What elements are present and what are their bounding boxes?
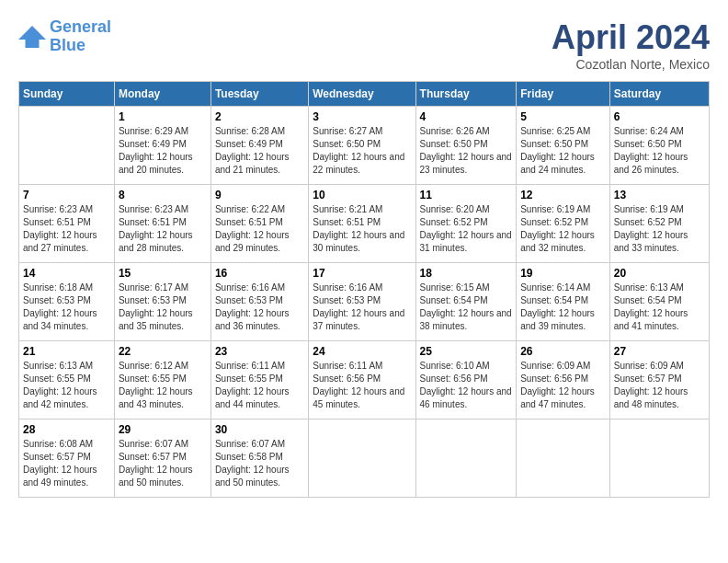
header-monday: Monday [114,82,210,107]
month-title: April 2024 [552,18,710,57]
day-info: Sunrise: 6:11 AMSunset: 6:56 PMDaylight:… [313,360,411,411]
calendar-table: Sunday Monday Tuesday Wednesday Thursday… [18,81,710,498]
week-row-3: 14 Sunrise: 6:18 AMSunset: 6:53 PMDaylig… [19,263,710,341]
table-cell [517,419,610,498]
table-cell: 20 Sunrise: 6:13 AMSunset: 6:54 PMDaylig… [609,263,709,341]
week-row-4: 21 Sunrise: 6:13 AMSunset: 6:55 PMDaylig… [19,341,710,419]
day-number: 10 [313,189,411,201]
day-info: Sunrise: 6:13 AMSunset: 6:55 PMDaylight:… [23,360,110,411]
table-cell: 14 Sunrise: 6:18 AMSunset: 6:53 PMDaylig… [19,263,115,341]
day-info: Sunrise: 6:29 AMSunset: 6:49 PMDaylight:… [119,125,207,177]
day-info: Sunrise: 6:14 AMSunset: 6:54 PMDaylight:… [520,282,606,333]
day-info: Sunrise: 6:19 AMSunset: 6:52 PMDaylight:… [614,203,705,255]
day-info: Sunrise: 6:07 AMSunset: 6:57 PMDaylight:… [119,438,207,489]
day-number: 20 [614,267,705,280]
table-cell [309,419,415,498]
day-number: 23 [215,345,304,358]
day-info: Sunrise: 6:24 AMSunset: 6:50 PMDaylight:… [614,125,705,177]
table-cell: 8 Sunrise: 6:23 AMSunset: 6:51 PMDayligh… [114,185,210,263]
day-number: 5 [520,110,606,123]
day-number: 26 [520,345,606,358]
day-number: 21 [23,345,110,358]
week-row-1: 1 Sunrise: 6:29 AMSunset: 6:49 PMDayligh… [19,107,710,185]
day-number: 24 [313,345,411,358]
table-cell: 16 Sunrise: 6:16 AMSunset: 6:53 PMDaylig… [210,263,308,341]
table-cell: 11 Sunrise: 6:20 AMSunset: 6:52 PMDaylig… [415,185,517,263]
day-info: Sunrise: 6:23 AMSunset: 6:51 PMDaylight:… [119,203,207,255]
day-number: 1 [119,110,207,123]
day-info: Sunrise: 6:19 AMSunset: 6:52 PMDaylight:… [520,203,606,255]
day-info: Sunrise: 6:27 AMSunset: 6:50 PMDaylight:… [313,125,411,177]
page-header: General Blue April 2024 Cozotlan Norte, … [18,18,710,72]
table-cell: 3 Sunrise: 6:27 AMSunset: 6:50 PMDayligh… [309,107,415,185]
week-row-2: 7 Sunrise: 6:23 AMSunset: 6:51 PMDayligh… [19,185,710,263]
table-cell: 12 Sunrise: 6:19 AMSunset: 6:52 PMDaylig… [517,185,610,263]
day-info: Sunrise: 6:26 AMSunset: 6:50 PMDaylight:… [420,125,513,177]
day-number: 25 [420,345,513,358]
day-info: Sunrise: 6:18 AMSunset: 6:53 PMDaylight:… [23,282,110,333]
day-number: 17 [313,267,411,280]
day-info: Sunrise: 6:09 AMSunset: 6:57 PMDaylight:… [614,360,705,411]
logo: General Blue [18,18,111,55]
header-friday: Friday [517,82,610,107]
table-cell [415,419,517,498]
logo-line2: Blue [50,37,111,55]
logo-line1: General [50,18,111,37]
logo-icon [18,26,46,48]
header-sunday: Sunday [19,82,115,107]
day-info: Sunrise: 6:21 AMSunset: 6:51 PMDaylight:… [313,203,411,255]
day-info: Sunrise: 6:07 AMSunset: 6:58 PMDaylight:… [215,438,304,489]
table-cell: 19 Sunrise: 6:14 AMSunset: 6:54 PMDaylig… [517,263,610,341]
table-cell [609,419,709,498]
day-number: 15 [119,267,207,280]
day-info: Sunrise: 6:16 AMSunset: 6:53 PMDaylight:… [313,282,411,333]
day-number: 11 [420,189,513,201]
day-number: 29 [119,423,207,436]
table-cell: 6 Sunrise: 6:24 AMSunset: 6:50 PMDayligh… [609,107,709,185]
table-cell: 28 Sunrise: 6:08 AMSunset: 6:57 PMDaylig… [19,419,115,498]
table-cell: 7 Sunrise: 6:23 AMSunset: 6:51 PMDayligh… [19,185,115,263]
table-cell: 27 Sunrise: 6:09 AMSunset: 6:57 PMDaylig… [609,341,709,419]
header-thursday: Thursday [415,82,517,107]
week-row-5: 28 Sunrise: 6:08 AMSunset: 6:57 PMDaylig… [19,419,710,498]
day-number: 27 [614,345,705,358]
day-info: Sunrise: 6:22 AMSunset: 6:51 PMDaylight:… [215,203,304,255]
day-info: Sunrise: 6:09 AMSunset: 6:56 PMDaylight:… [520,360,606,411]
table-cell: 4 Sunrise: 6:26 AMSunset: 6:50 PMDayligh… [415,107,517,185]
day-number: 2 [215,110,304,123]
day-info: Sunrise: 6:11 AMSunset: 6:55 PMDaylight:… [215,360,304,411]
calendar-header-row: Sunday Monday Tuesday Wednesday Thursday… [19,82,710,107]
table-cell: 17 Sunrise: 6:16 AMSunset: 6:53 PMDaylig… [309,263,415,341]
table-cell: 26 Sunrise: 6:09 AMSunset: 6:56 PMDaylig… [517,341,610,419]
day-number: 18 [420,267,513,280]
table-cell: 25 Sunrise: 6:10 AMSunset: 6:56 PMDaylig… [415,341,517,419]
title-block: April 2024 Cozotlan Norte, Mexico [552,18,710,72]
day-info: Sunrise: 6:13 AMSunset: 6:54 PMDaylight:… [614,282,705,333]
day-info: Sunrise: 6:08 AMSunset: 6:57 PMDaylight:… [23,438,110,489]
day-number: 6 [614,110,705,123]
day-number: 30 [215,423,304,436]
day-number: 4 [420,110,513,123]
day-number: 28 [23,423,110,436]
table-cell: 13 Sunrise: 6:19 AMSunset: 6:52 PMDaylig… [609,185,709,263]
day-number: 16 [215,267,304,280]
table-cell: 24 Sunrise: 6:11 AMSunset: 6:56 PMDaylig… [309,341,415,419]
day-info: Sunrise: 6:12 AMSunset: 6:55 PMDaylight:… [119,360,207,411]
table-cell: 18 Sunrise: 6:15 AMSunset: 6:54 PMDaylig… [415,263,517,341]
day-number: 3 [313,110,411,123]
table-cell: 2 Sunrise: 6:28 AMSunset: 6:49 PMDayligh… [210,107,308,185]
day-number: 8 [119,189,207,201]
table-cell [19,107,115,185]
location-subtitle: Cozotlan Norte, Mexico [552,57,710,72]
day-number: 9 [215,189,304,201]
day-info: Sunrise: 6:25 AMSunset: 6:50 PMDaylight:… [520,125,606,177]
header-tuesday: Tuesday [210,82,308,107]
day-number: 22 [119,345,207,358]
table-cell: 22 Sunrise: 6:12 AMSunset: 6:55 PMDaylig… [114,341,210,419]
table-cell: 15 Sunrise: 6:17 AMSunset: 6:53 PMDaylig… [114,263,210,341]
table-cell: 29 Sunrise: 6:07 AMSunset: 6:57 PMDaylig… [114,419,210,498]
day-info: Sunrise: 6:15 AMSunset: 6:54 PMDaylight:… [420,282,513,333]
day-info: Sunrise: 6:17 AMSunset: 6:53 PMDaylight:… [119,282,207,333]
day-info: Sunrise: 6:23 AMSunset: 6:51 PMDaylight:… [23,203,110,255]
table-cell: 5 Sunrise: 6:25 AMSunset: 6:50 PMDayligh… [517,107,610,185]
